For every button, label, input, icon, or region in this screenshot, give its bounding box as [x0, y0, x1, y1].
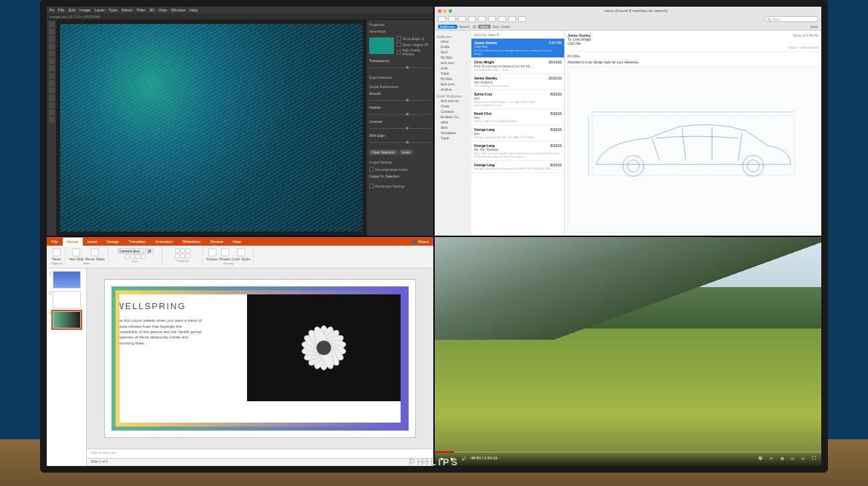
- ps-menu-window[interactable]: Window: [171, 8, 185, 12]
- mail-sidebar-item[interactable]: Trash: [437, 136, 469, 141]
- ps-menu-help[interactable]: Help: [190, 8, 198, 12]
- ps-menu-layer[interactable]: Layer: [95, 8, 105, 12]
- ps-menu-type[interactable]: Type: [109, 8, 118, 12]
- mail-search-input[interactable]: 🔍 Inbox: [765, 16, 818, 22]
- mail-message-item[interactable]: James Stanley5:33 PMCAD FileHi Chris, At…: [471, 39, 564, 58]
- mail-message-item[interactable]: Sylvia Cruz8/23/16testSylvia Cruz · Lead…: [471, 90, 564, 109]
- pp-tab-insert[interactable]: Insert: [83, 238, 102, 246]
- strike-icon[interactable]: [141, 254, 146, 259]
- mail-filter-sent[interactable]: Sent: [493, 25, 499, 29]
- pp-tab-home[interactable]: Home: [63, 238, 83, 246]
- pp-tab-file[interactable]: File: [47, 238, 63, 246]
- mail-sidebar-item[interactable]: Chats: [437, 103, 469, 109]
- move-tool-icon[interactable]: [49, 21, 55, 27]
- mail-sidebar-item[interactable]: Junk: [437, 65, 469, 71]
- pp-tab-view[interactable]: View: [228, 238, 246, 246]
- volume-icon[interactable]: 🔊: [460, 455, 467, 461]
- mail-message-item[interactable]: George Lang8/23/16Re: Re: WebsiteDear Cl…: [471, 142, 564, 161]
- clone-tool-icon[interactable]: [49, 73, 55, 79]
- ps-menu-view[interactable]: View: [158, 8, 167, 12]
- ps-decontaminate-checkbox[interactable]: Decontaminate Colors: [369, 167, 431, 172]
- ps-output-settings-header[interactable]: Output Settings: [369, 160, 431, 164]
- delete-icon[interactable]: [468, 16, 476, 22]
- pp-shapes-button[interactable]: Shapes: [206, 248, 218, 261]
- ps-shift-edge-slider[interactable]: [369, 142, 431, 143]
- mail-message-item[interactable]: George Lang8/23/16George Lang Executive …: [471, 161, 564, 173]
- pp-quick-styles-button[interactable]: Quick Styles: [232, 248, 250, 261]
- forward-icon[interactable]: [508, 16, 516, 22]
- pp-font-name-dropdown[interactable]: Cambria (bod...: [118, 248, 144, 254]
- pp-reuse-slides-button[interactable]: Reuse Slides: [85, 248, 105, 261]
- autoplay-toggle-icon[interactable]: ⏻: [757, 455, 764, 461]
- italic-icon[interactable]: [130, 254, 135, 259]
- junk-icon[interactable]: [478, 16, 486, 22]
- ps-smooth-slider[interactable]: [369, 100, 431, 101]
- ps-menu-select[interactable]: Select: [122, 8, 133, 12]
- mail-message-item[interactable]: James Stanley10/12/16(No Subject)This me…: [471, 74, 564, 90]
- ps-menu-file[interactable]: File: [58, 8, 65, 12]
- mail-filter-inbox[interactable]: Inbox: [478, 25, 490, 29]
- gradient-tool-icon[interactable]: [49, 87, 55, 93]
- ps-edge-detection-header[interactable]: Edge Detection: [369, 75, 431, 79]
- pp-thumb-2[interactable]: [53, 291, 81, 308]
- pp-thumb-1[interactable]: [53, 271, 81, 288]
- pp-thumb-3[interactable]: [53, 311, 81, 328]
- crop-tool-icon[interactable]: [49, 51, 55, 57]
- pp-font-size-dropdown[interactable]: 28: [146, 248, 154, 254]
- ps-transparency-slider[interactable]: [369, 67, 431, 68]
- ps-contrast-slider[interactable]: [369, 128, 431, 129]
- ps-menu-edit[interactable]: Edit: [69, 8, 75, 12]
- indent-icon[interactable]: [186, 248, 190, 253]
- close-icon[interactable]: [438, 9, 441, 13]
- align-center-icon[interactable]: [180, 254, 185, 258]
- mail-sidebar-item[interactable]: tech.com.tw: [437, 98, 469, 103]
- ps-menu-filter[interactable]: Filter: [136, 8, 145, 12]
- hand-tool-icon[interactable]: [49, 109, 55, 115]
- flag-icon[interactable]: [518, 16, 526, 22]
- mail-sidebar-item[interactable]: Drafts: [437, 44, 469, 49]
- pp-tab-transition[interactable]: Transition: [124, 238, 150, 246]
- captions-icon[interactable]: ㏄: [768, 455, 775, 461]
- marquee-tool-icon[interactable]: [49, 29, 55, 35]
- mail-message-item[interactable]: David Choi8/23/16testR2 Fax +886 2 8797 …: [471, 109, 564, 126]
- eraser-tool-icon[interactable]: [49, 80, 55, 86]
- mail-sidebar-item[interactable]: Templates: [437, 130, 469, 136]
- underline-icon[interactable]: [136, 254, 140, 259]
- pen-tool-icon[interactable]: [49, 95, 55, 101]
- ps-show-edge-checkbox[interactable]: Show Edge (J): [397, 36, 431, 41]
- pp-notes-pane[interactable]: Click to add note: [87, 449, 433, 458]
- lasso-tool-icon[interactable]: [49, 36, 55, 42]
- mail-message-item[interactable]: George Lang8/23/16testGeorge Lang Execut…: [471, 126, 564, 142]
- pp-new-slide-button[interactable]: New Slide: [69, 248, 84, 261]
- get-mail-icon[interactable]: [438, 16, 446, 22]
- mail-filter-all[interactable]: All: [473, 25, 477, 29]
- pp-share-button[interactable]: 👤 Share: [407, 237, 433, 246]
- ps-menu-3d[interactable]: 3D: [150, 8, 155, 12]
- minimize-icon[interactable]: [443, 9, 447, 13]
- bullet-icon[interactable]: [175, 248, 180, 253]
- number-icon[interactable]: [180, 248, 185, 253]
- ps-canvas[interactable]: [56, 20, 367, 236]
- ps-clear-selection-button[interactable]: Clear Selection: [369, 150, 397, 155]
- mail-sidebar-item[interactable]: Trash: [437, 71, 469, 76]
- pp-tab-design[interactable]: Design: [102, 238, 124, 246]
- align-right-icon[interactable]: [186, 254, 190, 258]
- align-left-icon[interactable]: [175, 254, 180, 258]
- ps-view-thumb[interactable]: [369, 37, 394, 54]
- settings-icon[interactable]: ⚙: [779, 455, 785, 461]
- bold-icon[interactable]: [125, 254, 130, 259]
- theater-icon[interactable]: ▭: [800, 455, 807, 461]
- maximize-icon[interactable]: [449, 9, 452, 13]
- brush-tool-icon[interactable]: [49, 65, 55, 71]
- ps-feather-slider[interactable]: [369, 114, 431, 115]
- mail-message-item[interactable]: Chris Wright10/14/16Fwd: E-commerce back…: [471, 58, 564, 74]
- mail-sidebar-item[interactable]: other: [437, 119, 469, 125]
- mail-filter-mailboxes[interactable]: Mailboxes: [438, 25, 457, 29]
- pp-slide-canvas[interactable]: WELLSPRING Use this colour palette when …: [104, 279, 415, 437]
- mail-sidebar-item[interactable]: tech.com…: [437, 60, 469, 65]
- mail-sidebar-item[interactable]: Sent: [437, 49, 469, 55]
- zoom-tool-icon[interactable]: [49, 117, 55, 123]
- mail-attachment-car-blueprint[interactable]: [568, 66, 819, 233]
- pp-tab-review[interactable]: Review: [206, 238, 228, 246]
- mail-sidebar-item[interactable]: My Mac: [437, 55, 469, 60]
